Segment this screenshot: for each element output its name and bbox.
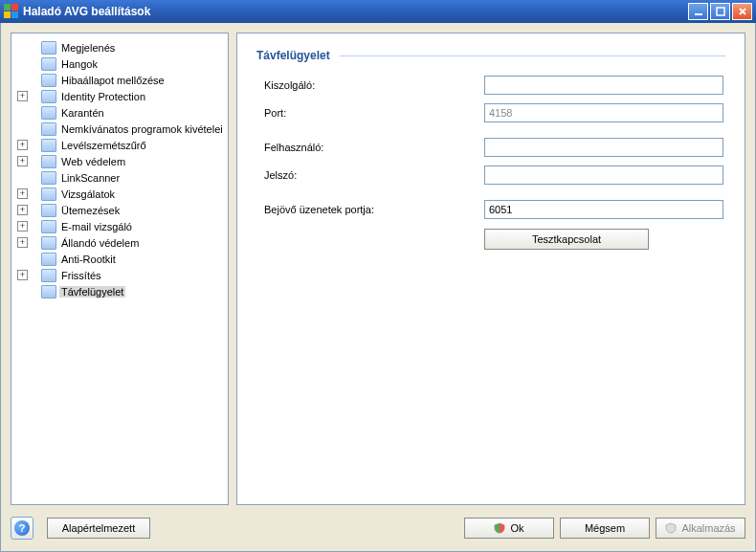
- tree-item[interactable]: Nemkívánatos programok kivételei: [13, 121, 226, 137]
- expand-icon[interactable]: +: [17, 188, 28, 199]
- main-panel: Távfelügyelet Kiszolgáló: Port: Felhaszn…: [236, 33, 745, 505]
- section-title-text: Távfelügyelet: [256, 49, 330, 62]
- tree-item[interactable]: Karantén: [13, 104, 226, 121]
- page-icon: [41, 285, 56, 298]
- expand-icon[interactable]: +: [17, 221, 28, 232]
- tree-item[interactable]: +E-mail vizsgáló: [13, 218, 226, 234]
- server-label: Kiszolgáló:: [264, 79, 484, 91]
- test-button-row: Tesztkapcsolat: [256, 229, 725, 250]
- client-area: MegjelenésHangokHibaállapot mellőzése+Id…: [0, 23, 756, 552]
- user-label: Felhasználó:: [264, 142, 484, 153]
- tree-item-label: Hibaállapot mellőzése: [59, 75, 167, 86]
- page-icon: [41, 106, 56, 120]
- tree-item[interactable]: Megjelenés: [13, 39, 226, 55]
- page-icon: [41, 204, 56, 217]
- tree-item[interactable]: +Identity Protection: [13, 88, 226, 104]
- page-icon: [41, 74, 56, 87]
- page-icon: [41, 220, 56, 233]
- shield-icon: [665, 522, 677, 534]
- page-icon: [41, 90, 56, 103]
- close-button[interactable]: [732, 3, 752, 20]
- tree-item-label: Levélszemétszűrő: [59, 140, 148, 151]
- user-input[interactable]: [484, 138, 723, 157]
- tree-item-label: Web védelem: [59, 156, 127, 167]
- form-row-port: Port:: [256, 103, 725, 122]
- expand-icon[interactable]: +: [17, 91, 28, 101]
- tree-item[interactable]: +Levélszemétszűrő: [13, 137, 226, 153]
- expand-icon[interactable]: +: [17, 270, 28, 280]
- expand-icon[interactable]: +: [17, 205, 28, 215]
- bottom-bar: ? Alapértelmezett Ok Mégsem Alkalmazás: [11, 515, 745, 541]
- page-icon: [41, 236, 56, 250]
- window-title: Haladó AVG beállítások: [23, 5, 688, 18]
- tree-item-label: Nemkívánatos programok kivételei: [59, 123, 225, 135]
- port-input: [484, 103, 723, 122]
- tree-item-label: Ütemezések: [59, 205, 122, 216]
- ok-button-label: Ok: [510, 522, 523, 534]
- expand-icon[interactable]: +: [17, 237, 28, 248]
- expand-icon[interactable]: +: [17, 156, 28, 166]
- expand-icon[interactable]: +: [17, 140, 28, 150]
- tree-item-label: Állandó védelem: [59, 237, 141, 249]
- incoming-port-input[interactable]: [484, 200, 723, 219]
- content-area: MegjelenésHangokHibaállapot mellőzése+Id…: [11, 33, 745, 505]
- section-rule: [340, 55, 725, 56]
- form-row-password: Jelszó:: [256, 166, 725, 185]
- tree-item[interactable]: +Web védelem: [13, 153, 226, 169]
- tree-item[interactable]: LinkScanner: [13, 169, 226, 186]
- tree-item-label: E-mail vizsgáló: [59, 221, 134, 232]
- tree-item-label: Megjelenés: [59, 42, 117, 54]
- page-icon: [41, 155, 56, 168]
- form-row-incoming-port: Bejövő üzenetek portja:: [256, 200, 725, 219]
- cancel-button[interactable]: Mégsem: [560, 518, 650, 539]
- tree-item[interactable]: Hibaállapot mellőzése: [13, 72, 226, 88]
- help-icon: ?: [14, 520, 30, 536]
- page-icon: [41, 41, 56, 55]
- minimize-button[interactable]: [688, 3, 708, 20]
- section-title: Távfelügyelet: [256, 49, 725, 62]
- page-icon: [41, 269, 56, 282]
- page-icon: [41, 253, 56, 266]
- tree-item-label: Frissítés: [59, 270, 103, 281]
- form-row-server: Kiszolgáló:: [256, 76, 725, 95]
- page-icon: [41, 57, 56, 71]
- tree-item[interactable]: +Vizsgálatok: [13, 186, 226, 202]
- tree-item-label: Hangok: [59, 58, 100, 70]
- tree-item-label: LinkScanner: [59, 172, 122, 184]
- svg-rect-2: [4, 11, 11, 18]
- tree-item[interactable]: Hangok: [13, 55, 226, 72]
- tree-item-label: Identity Protection: [59, 91, 147, 102]
- tree-item[interactable]: Anti-Rootkit: [13, 251, 226, 267]
- tree-panel: MegjelenésHangokHibaállapot mellőzése+Id…: [11, 33, 229, 505]
- apply-button[interactable]: Alkalmazás: [656, 518, 745, 539]
- tree-item[interactable]: +Állandó védelem: [13, 234, 226, 251]
- tree-item-label: Karantén: [59, 107, 106, 119]
- password-label: Jelszó:: [264, 169, 484, 181]
- tree-item-label: Távfelügyelet: [59, 286, 125, 298]
- maximize-button[interactable]: [710, 3, 730, 20]
- svg-rect-1: [11, 4, 18, 11]
- svg-rect-0: [4, 4, 11, 11]
- password-input[interactable]: [484, 166, 723, 185]
- incoming-port-label: Bejövő üzenetek portja:: [264, 204, 484, 215]
- tree-item-label: Anti-Rootkit: [59, 254, 118, 265]
- test-connection-button[interactable]: Tesztkapcsolat: [484, 229, 649, 250]
- page-icon: [41, 122, 56, 136]
- tree-item-label: Vizsgálatok: [59, 188, 117, 200]
- shield-icon: [494, 522, 505, 534]
- form-row-user: Felhasználó:: [256, 138, 725, 157]
- ok-button[interactable]: Ok: [464, 518, 554, 539]
- help-button[interactable]: ?: [11, 517, 33, 540]
- tree-item[interactable]: +Frissítés: [13, 267, 226, 283]
- port-label: Port:: [264, 107, 484, 119]
- page-icon: [41, 139, 56, 152]
- svg-rect-3: [11, 11, 18, 18]
- titlebar: Haladó AVG beállítások: [0, 0, 756, 23]
- tree-item[interactable]: Távfelügyelet: [13, 283, 226, 299]
- default-button[interactable]: Alapértelmezett: [47, 518, 150, 539]
- page-icon: [41, 171, 56, 185]
- app-icon: [4, 4, 19, 19]
- svg-rect-4: [695, 13, 702, 15]
- server-input[interactable]: [484, 76, 723, 95]
- tree-item[interactable]: +Ütemezések: [13, 202, 226, 218]
